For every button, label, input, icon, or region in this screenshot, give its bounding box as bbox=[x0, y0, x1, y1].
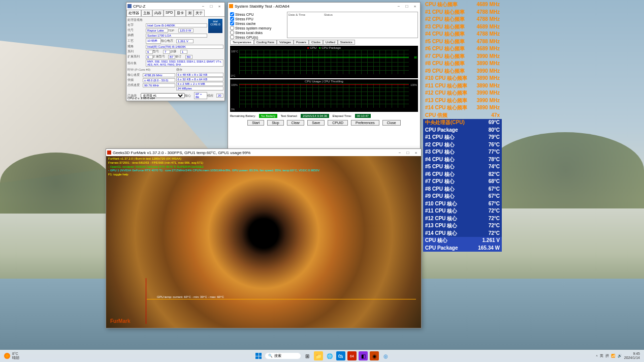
tab-voltages[interactable]: Voltages bbox=[277, 40, 294, 45]
tray-lang[interactable]: 英 bbox=[600, 353, 603, 358]
cpuz-title: CPU-Z bbox=[133, 4, 145, 9]
osd-freq-list: CPU 核心频率4689 MHz#1 CPU 核心频率4788 MHz#2 CP… bbox=[423, 1, 502, 112]
tab-powers[interactable]: Powers bbox=[294, 40, 309, 45]
gpu-temp-line bbox=[147, 299, 416, 299]
task-view-icon[interactable]: ⊞ bbox=[303, 351, 312, 360]
osd-freq-row: #10 CPU 核心频率3890 MHz bbox=[423, 75, 502, 82]
osd-temp-row: #4 CPU 核心78°C bbox=[423, 156, 502, 164]
stress-disk-check[interactable] bbox=[230, 31, 234, 35]
aida64-window[interactable]: System Stability Test - AIDA64 − □ × Str… bbox=[228, 2, 421, 149]
tab-fans[interactable]: Cooling Fans bbox=[254, 40, 277, 45]
tab-graphics[interactable]: 显卡 bbox=[175, 10, 186, 16]
osd-freq-row: #9 CPU 核心频率3990 MHz bbox=[423, 68, 502, 75]
aida64-icon bbox=[229, 4, 233, 8]
stress-gpu-check[interactable] bbox=[230, 35, 234, 39]
osd-freq-row: #12 CPU 核心频率3990 MHz bbox=[423, 89, 502, 97]
osd-freq-row: #4 CPU 核心频率4788 MHz bbox=[423, 31, 502, 38]
maximize-button[interactable]: □ bbox=[403, 4, 411, 9]
osd-temp-row: #6 CPU 核心82°C bbox=[423, 171, 502, 178]
start-button[interactable]: Start bbox=[247, 120, 264, 126]
stop-button[interactable]: Stop bbox=[267, 120, 283, 126]
stress-fpu-check[interactable] bbox=[230, 17, 234, 21]
osd-temp-row: #13 CPU 核心72°C bbox=[423, 222, 502, 230]
cpu-package-temp: CPU Package80°C bbox=[423, 127, 502, 134]
preferences-button[interactable]: Preferences bbox=[351, 120, 379, 126]
stress-cache-check[interactable] bbox=[230, 21, 234, 25]
osd-temp-row: #8 CPU 核心67°C bbox=[423, 186, 502, 193]
aida64-taskbar-icon[interactable]: 64 bbox=[347, 351, 357, 360]
taskbar[interactable]: 8°C晴朗 🔍搜索 ⊞ 📁 🌐 🛍 64 ◧ ◉ ◎ ^ 英 拼 📶 🔊 9:4… bbox=[0, 350, 644, 362]
wifi-icon[interactable]: 📶 bbox=[611, 354, 616, 358]
edge-icon[interactable]: 🌐 bbox=[325, 351, 334, 360]
taskbar-clock[interactable]: 9:45 2024/1/14 bbox=[624, 352, 640, 359]
stress-cpu-check[interactable] bbox=[230, 12, 234, 16]
cpuz-icon bbox=[127, 4, 132, 8]
cpuz-version: CPU-Z v. 2.08.0.x64 bbox=[127, 97, 155, 100]
start-button[interactable] bbox=[254, 351, 263, 360]
hwinfo-osd: CPU 核心频率4689 MHz#1 CPU 核心频率4788 MHz#2 CP… bbox=[423, 1, 502, 252]
cpuid-button[interactable]: CPUID bbox=[328, 120, 348, 126]
app-icon[interactable]: ◧ bbox=[359, 351, 368, 360]
tab-cpu[interactable]: 处理器 bbox=[126, 10, 141, 16]
search-icon: 🔍 bbox=[268, 354, 273, 358]
test-started: 2024/1/14 9:34:36 bbox=[301, 114, 329, 118]
tray-chevron-icon[interactable]: ^ bbox=[596, 354, 598, 358]
minimize-button[interactable]: − bbox=[396, 150, 404, 155]
furmark-logo: FurMark bbox=[110, 318, 130, 324]
elapsed-time: 00:10:47 bbox=[355, 114, 371, 118]
tab-temperatures[interactable]: Temperatures bbox=[230, 40, 254, 45]
osd-freq-row: #2 CPU 核心频率4788 MHz bbox=[423, 16, 502, 23]
graph-tabs: Temperatures Cooling Fans Voltages Power… bbox=[230, 40, 418, 45]
minimize-button[interactable]: − bbox=[395, 4, 403, 9]
close-button[interactable]: × bbox=[411, 4, 419, 9]
close-button[interactable]: × bbox=[215, 4, 223, 9]
taskbar-search[interactable]: 🔍搜索 bbox=[265, 353, 301, 359]
status-row: Remaining Battery:No Battery Test Starte… bbox=[230, 114, 418, 118]
aida64-titlebar[interactable]: System Stability Test - AIDA64 − □ × bbox=[228, 3, 420, 10]
minimize-button[interactable]: − bbox=[199, 4, 207, 9]
tab-about[interactable]: 关于 bbox=[194, 10, 205, 16]
maximize-button[interactable]: □ bbox=[207, 4, 215, 9]
furmark-icon bbox=[107, 150, 111, 155]
stress-options: Stress CPU Stress FPU Stress cache Stres… bbox=[230, 12, 286, 40]
stress-memory-check[interactable] bbox=[230, 26, 234, 30]
osd-freq-row: #13 CPU 核心频率3990 MHz bbox=[423, 97, 502, 105]
furmark-window[interactable]: Geeks3D FurMark v1.37.2.0 - 300FPS, GPU1… bbox=[106, 148, 422, 328]
store-icon[interactable]: 🛍 bbox=[336, 351, 345, 360]
osd-freq-row: #5 CPU 核心频率4788 MHz bbox=[423, 38, 502, 46]
gpu-temp-label: GPU temp: current: 60°C - min: 39°C - ma… bbox=[157, 295, 224, 298]
weather-widget[interactable]: 8°C晴朗 bbox=[4, 352, 19, 359]
system-tray[interactable]: ^ 英 拼 📶 🔊 9:45 2024/1/14 bbox=[596, 352, 640, 359]
osd-freq-row: #3 CPU 核心频率4689 MHz bbox=[423, 23, 502, 31]
volume-icon[interactable]: 🔊 bbox=[618, 354, 622, 358]
osd-freq-row: #6 CPU 核心频率4689 MHz bbox=[423, 45, 502, 53]
tab-clocks[interactable]: Clocks bbox=[309, 40, 323, 45]
osd-freq-row: #14 CPU 核心频率3890 MHz bbox=[423, 104, 502, 112]
tab-mainboard[interactable]: 主板 bbox=[141, 10, 152, 16]
osd-temp-row: #7 CPU 核心68°C bbox=[423, 178, 502, 186]
tray-ime[interactable]: 拼 bbox=[605, 353, 609, 358]
osd-temp-row: #10 CPU 核心67°C bbox=[423, 200, 502, 208]
core-speed: 4788.29 MHz bbox=[143, 73, 175, 77]
clear-button[interactable]: Clear bbox=[287, 120, 305, 126]
cpuz-window[interactable]: CPU-Z − □ × 处理器 主板 内存 SPD 显卡 测 关于 intel … bbox=[126, 2, 225, 101]
save-button[interactable]: Save bbox=[307, 120, 325, 126]
furmark-overlay: FurMark v1.37.2.0 | Burn-in test 1280x72… bbox=[108, 157, 319, 177]
tab-spd[interactable]: SPD bbox=[164, 10, 175, 16]
close-aida-button[interactable]: Close bbox=[382, 120, 401, 126]
tab-memory[interactable]: 内存 bbox=[152, 10, 164, 16]
osd-freq-row: #8 CPU 核心频率3890 MHz bbox=[423, 60, 502, 68]
close-button[interactable]: × bbox=[412, 150, 420, 155]
app2-icon[interactable]: ◎ bbox=[381, 351, 390, 360]
cpuz-titlebar[interactable]: CPU-Z − □ × bbox=[126, 3, 224, 10]
furmark-taskbar-icon[interactable]: ◉ bbox=[370, 351, 379, 360]
explorer-icon[interactable]: 📁 bbox=[314, 351, 323, 360]
osd-temp-row: #9 CPU 核心67°C bbox=[423, 193, 502, 200]
furmark-title: Geeks3D FurMark v1.37.2.0 - 300FPS, GPU1… bbox=[113, 150, 250, 155]
cpu-voltage: CPU 核心1.261 V bbox=[423, 237, 502, 245]
tab-bench[interactable]: 测 bbox=[186, 10, 194, 16]
maximize-button[interactable]: □ bbox=[404, 150, 412, 155]
tab-statistics[interactable]: Statistics bbox=[338, 40, 355, 45]
tab-unified[interactable]: Unified bbox=[323, 40, 338, 45]
furmark-titlebar[interactable]: Geeks3D FurMark v1.37.2.0 - 300FPS, GPU1… bbox=[106, 149, 421, 156]
